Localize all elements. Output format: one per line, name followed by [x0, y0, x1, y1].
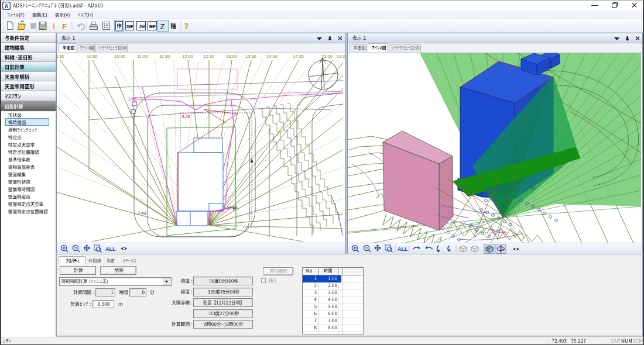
svg-text:14:00: 14:00 [266, 54, 278, 59]
svg-text:10:30: 10:30 [114, 54, 125, 59]
svg-text:SKP: SKP [149, 25, 156, 29]
svg-text:13:00: 13:00 [226, 54, 237, 59]
svg-text:12:30: 12:30 [203, 54, 214, 59]
svg-text:10:00: 10:00 [87, 54, 98, 59]
svg-text:14:30: 14:30 [293, 54, 304, 59]
svg-text:16:46: 16:46 [227, 205, 238, 211]
svg-text:15:00: 15:00 [321, 54, 333, 59]
svg-text:12:00: 12:00 [182, 54, 193, 59]
svg-text:Z: Z [160, 22, 165, 31]
svg-text:JW: JW [139, 25, 145, 29]
svg-text:ALL: ALL [398, 246, 408, 252]
svg-text:3:45: 3:45 [128, 97, 136, 101]
svg-text:DXF: DXF [126, 25, 133, 29]
svg-text:13:30: 13:30 [245, 54, 256, 59]
svg-text:11:00: 11:00 [137, 54, 148, 59]
svg-text:RN: RN [40, 25, 46, 30]
svg-text:8:30: 8:30 [57, 54, 64, 59]
svg-text:11:30: 11:30 [159, 54, 170, 59]
svg-text:?: ? [184, 22, 189, 31]
svg-text:7:43: 7:43 [138, 211, 146, 216]
svg-text:8:08: 8:08 [182, 115, 190, 119]
svg-text:ALL: ALL [105, 246, 116, 252]
svg-text:i: i [53, 22, 55, 31]
svg-text:16:00: 16:00 [337, 54, 345, 59]
svg-text:F: F [62, 22, 67, 31]
